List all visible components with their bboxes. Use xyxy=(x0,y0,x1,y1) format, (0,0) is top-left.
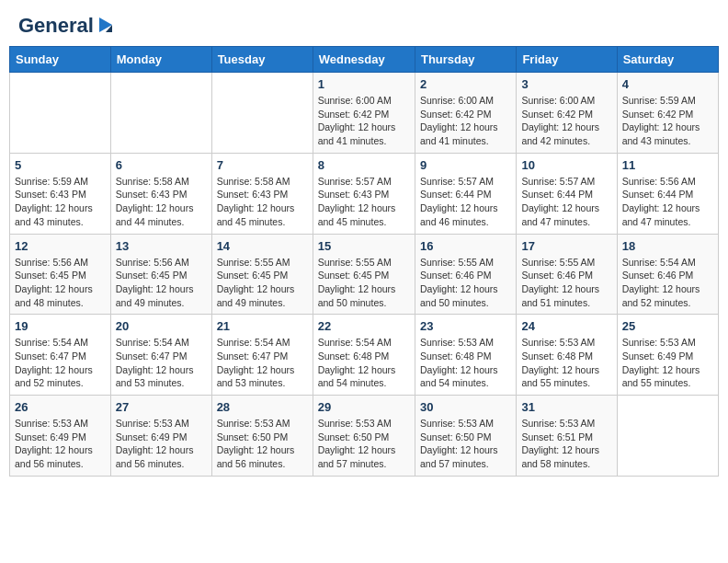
calendar-cell: 27Sunrise: 5:53 AMSunset: 6:49 PMDayligh… xyxy=(110,396,211,477)
day-info: Sunrise: 5:53 AMSunset: 6:50 PMDaylight:… xyxy=(318,417,410,471)
day-info: Sunrise: 5:55 AMSunset: 6:45 PMDaylight:… xyxy=(318,256,410,310)
day-info: Sunrise: 6:00 AMSunset: 6:42 PMDaylight:… xyxy=(521,94,611,148)
day-number: 4 xyxy=(622,77,713,91)
calendar-cell: 26Sunrise: 5:53 AMSunset: 6:49 PMDayligh… xyxy=(10,396,111,477)
calendar-cell: 10Sunrise: 5:57 AMSunset: 6:44 PMDayligh… xyxy=(517,153,617,234)
day-number: 16 xyxy=(420,239,511,253)
day-number: 29 xyxy=(318,400,410,414)
calendar-cell: 4Sunrise: 5:59 AMSunset: 6:42 PMDaylight… xyxy=(617,73,718,154)
logo-icon xyxy=(96,16,116,36)
day-number: 30 xyxy=(420,400,511,414)
day-info: Sunrise: 5:57 AMSunset: 6:43 PMDaylight:… xyxy=(318,175,410,229)
weekday-header-saturday: Saturday xyxy=(617,47,718,73)
day-info: Sunrise: 5:55 AMSunset: 6:45 PMDaylight:… xyxy=(217,256,308,310)
calendar-cell: 24Sunrise: 5:53 AMSunset: 6:48 PMDayligh… xyxy=(517,315,617,396)
day-info: Sunrise: 5:53 AMSunset: 6:50 PMDaylight:… xyxy=(217,417,308,471)
day-number: 18 xyxy=(622,239,713,253)
day-number: 27 xyxy=(116,400,207,414)
day-info: Sunrise: 5:53 AMSunset: 6:49 PMDaylight:… xyxy=(622,336,713,390)
calendar-cell: 23Sunrise: 5:53 AMSunset: 6:48 PMDayligh… xyxy=(415,315,516,396)
day-number: 26 xyxy=(15,400,106,414)
day-number: 20 xyxy=(116,319,207,333)
day-info: Sunrise: 5:53 AMSunset: 6:49 PMDaylight:… xyxy=(15,417,106,471)
day-number: 17 xyxy=(521,239,611,253)
day-info: Sunrise: 5:57 AMSunset: 6:44 PMDaylight:… xyxy=(521,175,611,229)
calendar-cell: 16Sunrise: 5:55 AMSunset: 6:46 PMDayligh… xyxy=(415,234,516,315)
calendar-cell: 8Sunrise: 5:57 AMSunset: 6:43 PMDaylight… xyxy=(313,153,415,234)
day-number: 28 xyxy=(217,400,308,414)
calendar-cell: 29Sunrise: 5:53 AMSunset: 6:50 PMDayligh… xyxy=(313,396,415,477)
day-info: Sunrise: 6:00 AMSunset: 6:42 PMDaylight:… xyxy=(318,94,410,148)
calendar-cell xyxy=(617,396,718,477)
calendar-cell: 18Sunrise: 5:54 AMSunset: 6:46 PMDayligh… xyxy=(617,234,718,315)
day-info: Sunrise: 5:54 AMSunset: 6:48 PMDaylight:… xyxy=(318,336,410,390)
calendar-cell: 2Sunrise: 6:00 AMSunset: 6:42 PMDaylight… xyxy=(415,73,516,154)
day-info: Sunrise: 5:59 AMSunset: 6:43 PMDaylight:… xyxy=(15,175,106,229)
day-number: 3 xyxy=(521,77,611,91)
day-number: 10 xyxy=(521,158,611,172)
calendar-cell: 13Sunrise: 5:56 AMSunset: 6:45 PMDayligh… xyxy=(110,234,211,315)
day-number: 8 xyxy=(318,158,410,172)
calendar-cell: 28Sunrise: 5:53 AMSunset: 6:50 PMDayligh… xyxy=(211,396,313,477)
calendar-cell: 11Sunrise: 5:56 AMSunset: 6:44 PMDayligh… xyxy=(617,153,718,234)
day-number: 24 xyxy=(521,319,611,333)
calendar-cell: 25Sunrise: 5:53 AMSunset: 6:49 PMDayligh… xyxy=(617,315,718,396)
calendar-cell: 12Sunrise: 5:56 AMSunset: 6:45 PMDayligh… xyxy=(10,234,111,315)
day-info: Sunrise: 5:53 AMSunset: 6:51 PMDaylight:… xyxy=(521,417,611,471)
page-header: General xyxy=(9,9,719,39)
calendar-week-2: 5Sunrise: 5:59 AMSunset: 6:43 PMDaylight… xyxy=(10,153,719,234)
day-number: 23 xyxy=(420,319,511,333)
logo-general: General xyxy=(18,14,94,38)
day-info: Sunrise: 5:53 AMSunset: 6:48 PMDaylight:… xyxy=(521,336,611,390)
day-info: Sunrise: 5:55 AMSunset: 6:46 PMDaylight:… xyxy=(420,256,511,310)
day-info: Sunrise: 5:53 AMSunset: 6:50 PMDaylight:… xyxy=(420,417,511,471)
calendar-cell: 20Sunrise: 5:54 AMSunset: 6:47 PMDayligh… xyxy=(110,315,211,396)
calendar-cell: 19Sunrise: 5:54 AMSunset: 6:47 PMDayligh… xyxy=(10,315,111,396)
day-info: Sunrise: 5:58 AMSunset: 6:43 PMDaylight:… xyxy=(116,175,207,229)
weekday-header-tuesday: Tuesday xyxy=(211,47,313,73)
day-number: 9 xyxy=(420,158,511,172)
calendar-week-4: 19Sunrise: 5:54 AMSunset: 6:47 PMDayligh… xyxy=(10,315,719,396)
calendar-week-5: 26Sunrise: 5:53 AMSunset: 6:49 PMDayligh… xyxy=(10,396,719,477)
weekday-header-monday: Monday xyxy=(110,47,211,73)
day-number: 11 xyxy=(622,158,713,172)
weekday-header-row: SundayMondayTuesdayWednesdayThursdayFrid… xyxy=(10,47,719,73)
day-number: 22 xyxy=(318,319,410,333)
calendar-cell: 15Sunrise: 5:55 AMSunset: 6:45 PMDayligh… xyxy=(313,234,415,315)
day-info: Sunrise: 5:54 AMSunset: 6:47 PMDaylight:… xyxy=(217,336,308,390)
day-info: Sunrise: 5:55 AMSunset: 6:46 PMDaylight:… xyxy=(521,256,611,310)
day-info: Sunrise: 5:56 AMSunset: 6:45 PMDaylight:… xyxy=(116,256,207,310)
day-info: Sunrise: 5:53 AMSunset: 6:48 PMDaylight:… xyxy=(420,336,511,390)
day-number: 15 xyxy=(318,239,410,253)
calendar-cell xyxy=(110,73,211,154)
day-info: Sunrise: 5:56 AMSunset: 6:44 PMDaylight:… xyxy=(622,175,713,229)
calendar-cell xyxy=(211,73,313,154)
day-info: Sunrise: 5:56 AMSunset: 6:45 PMDaylight:… xyxy=(15,256,106,310)
calendar-cell: 22Sunrise: 5:54 AMSunset: 6:48 PMDayligh… xyxy=(313,315,415,396)
logo: General xyxy=(18,14,116,34)
day-number: 7 xyxy=(217,158,308,172)
calendar-cell: 6Sunrise: 5:58 AMSunset: 6:43 PMDaylight… xyxy=(110,153,211,234)
day-info: Sunrise: 5:54 AMSunset: 6:47 PMDaylight:… xyxy=(15,336,106,390)
calendar-cell xyxy=(10,73,111,154)
calendar-week-1: 1Sunrise: 6:00 AMSunset: 6:42 PMDaylight… xyxy=(10,73,719,154)
weekday-header-friday: Friday xyxy=(517,47,617,73)
day-number: 14 xyxy=(217,239,308,253)
calendar-cell: 7Sunrise: 5:58 AMSunset: 6:43 PMDaylight… xyxy=(211,153,313,234)
day-number: 6 xyxy=(116,158,207,172)
calendar-cell: 1Sunrise: 6:00 AMSunset: 6:42 PMDaylight… xyxy=(313,73,415,154)
calendar-cell: 31Sunrise: 5:53 AMSunset: 6:51 PMDayligh… xyxy=(517,396,617,477)
weekday-header-sunday: Sunday xyxy=(10,47,111,73)
calendar-cell: 14Sunrise: 5:55 AMSunset: 6:45 PMDayligh… xyxy=(211,234,313,315)
day-number: 12 xyxy=(15,239,106,253)
calendar-cell: 17Sunrise: 5:55 AMSunset: 6:46 PMDayligh… xyxy=(517,234,617,315)
day-number: 1 xyxy=(318,77,410,91)
calendar-week-3: 12Sunrise: 5:56 AMSunset: 6:45 PMDayligh… xyxy=(10,234,719,315)
calendar-cell: 3Sunrise: 6:00 AMSunset: 6:42 PMDaylight… xyxy=(517,73,617,154)
calendar-cell: 9Sunrise: 5:57 AMSunset: 6:44 PMDaylight… xyxy=(415,153,516,234)
day-number: 19 xyxy=(15,319,106,333)
day-info: Sunrise: 5:58 AMSunset: 6:43 PMDaylight:… xyxy=(217,175,308,229)
day-number: 31 xyxy=(521,400,611,414)
day-info: Sunrise: 5:59 AMSunset: 6:42 PMDaylight:… xyxy=(622,94,713,148)
day-number: 21 xyxy=(217,319,308,333)
